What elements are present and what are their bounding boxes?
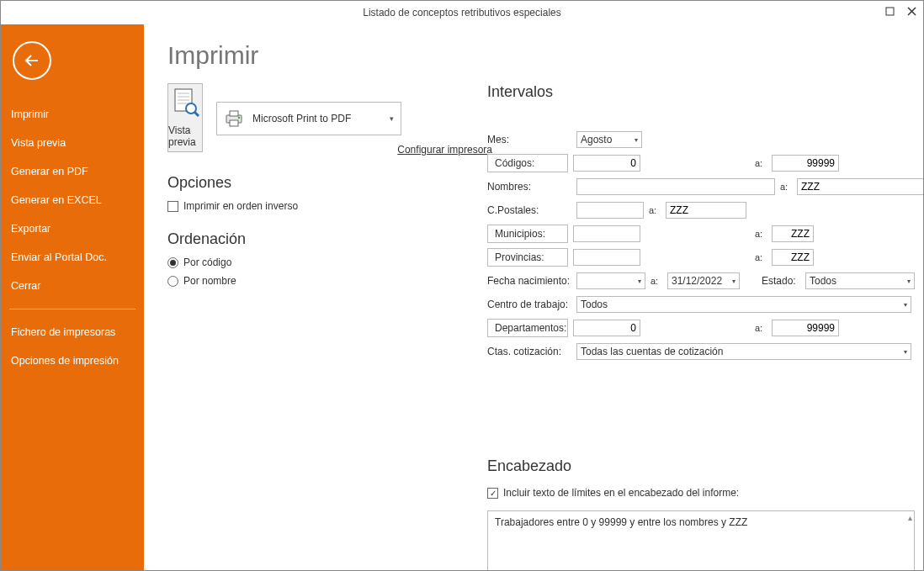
printer-icon [224, 109, 244, 128]
sidebar-item-opciones-impresion[interactable]: Opciones de impresión [9, 346, 135, 375]
sidebar-item-imprimir[interactable]: Imprimir [9, 100, 135, 129]
maximize-icon[interactable] [883, 4, 896, 18]
a-label: a: [755, 252, 767, 262]
encabezado-textarea[interactable]: Trabajadores entre 0 y 99999 y entre los… [487, 510, 915, 571]
estado-value: Todos [810, 275, 836, 287]
left-column: Vista previa Microsoft P [167, 83, 454, 571]
sidebar-item-exportar[interactable]: Exportar [9, 214, 135, 243]
opciones-title: Opciones [167, 174, 454, 192]
encabezado-title: Encabezado [487, 457, 923, 475]
codigos-to-input[interactable] [772, 155, 839, 172]
sidebar-item-fichero-impresoras[interactable]: Fichero de impresoras [9, 318, 135, 346]
configurar-impresora-link[interactable]: Configurar impresora [216, 144, 492, 156]
municipios-to-input[interactable] [772, 225, 814, 242]
ordenacion-por-codigo-radio[interactable]: Por código [167, 256, 454, 268]
codigos-button[interactable]: Códigos: [487, 154, 568, 172]
sidebar-item-enviar-portal[interactable]: Enviar al Portal Doc. [9, 243, 135, 272]
chevron-down-icon: ▾ [390, 114, 394, 123]
vista-previa-button[interactable]: Vista previa [167, 83, 203, 152]
estado-label: Estado: [762, 275, 800, 287]
ctas-cotizacion-select[interactable]: Todas las cuentas de cotización ▾ [576, 343, 911, 360]
por-nombre-label: Por nombre [183, 275, 236, 287]
window-title: Listado de conceptos retributivos especi… [363, 7, 560, 19]
sidebar-item-generar-pdf[interactable]: Generar en PDF [9, 157, 135, 186]
cpostales-from-input[interactable] [576, 202, 644, 219]
back-button[interactable] [13, 41, 51, 80]
svg-rect-13 [230, 120, 238, 126]
chevron-down-icon: ▾ [638, 278, 641, 285]
ordenacion-por-nombre-radio[interactable]: Por nombre [167, 275, 454, 287]
svg-line-10 [194, 112, 199, 116]
printer-select[interactable]: Microsoft Print to PDF ▾ [216, 102, 401, 135]
svg-rect-12 [230, 111, 238, 116]
a-label: a: [649, 205, 661, 215]
checkbox-icon [167, 201, 178, 212]
chevron-down-icon: ▾ [907, 278, 911, 285]
nombres-to-input[interactable] [797, 178, 923, 195]
radio-icon [167, 257, 178, 268]
cpostales-label: C.Postales: [487, 204, 571, 216]
estado-select[interactable]: Todos ▾ [805, 272, 915, 289]
imprimir-orden-inverso-checkbox[interactable]: Imprimir en orden inverso [167, 200, 454, 212]
chevron-down-icon: ▾ [732, 278, 735, 285]
a-label: a: [780, 182, 792, 192]
scroll-up-icon[interactable]: ▴ [908, 513, 912, 522]
a-label: a: [651, 276, 662, 286]
provincias-button[interactable]: Provincias: [487, 248, 568, 267]
municipios-from-input[interactable] [573, 225, 640, 242]
centro-trabajo-value: Todos [581, 299, 608, 310]
printer-name: Microsoft Print to PDF [252, 113, 351, 124]
nombres-from-input[interactable] [576, 178, 775, 195]
incluir-texto-limites-checkbox[interactable]: ✓ Incluir texto de límites en el encabez… [487, 487, 923, 499]
sidebar-separator [9, 309, 135, 309]
ordenacion-title: Ordenación [167, 230, 454, 248]
right-column: Intervalos Mes: Agosto ▾ Códigos: a: [487, 83, 923, 571]
fecha-nac-to-select[interactable]: 31/12/2022 ▾ [667, 272, 740, 289]
svg-point-14 [238, 117, 241, 119]
titlebar: Listado de conceptos retributivos especi… [1, 1, 923, 24]
mes-select[interactable]: Agosto ▾ [576, 131, 642, 148]
provincias-to-input[interactable] [772, 249, 814, 266]
nombres-label: Nombres: [487, 181, 571, 193]
incluir-texto-limites-label: Incluir texto de límites en el encabezad… [503, 487, 739, 499]
a-label: a: [755, 229, 767, 239]
a-label: a: [755, 323, 767, 333]
fecha-nac-to-value: 31/12/2022 [672, 275, 722, 287]
close-icon[interactable] [905, 4, 918, 18]
page-magnifier-icon [168, 87, 202, 119]
fecha-nac-from-select[interactable]: ▾ [576, 272, 645, 289]
svg-rect-0 [886, 8, 894, 15]
mes-value: Agosto [581, 134, 612, 145]
window-controls [883, 4, 918, 18]
centro-trabajo-select[interactable]: Todos ▾ [576, 296, 911, 313]
encabezado-text: Trabajadores entre 0 y 99999 y entre los… [495, 516, 747, 528]
cpostales-to-input[interactable] [666, 202, 746, 219]
sidebar-item-generar-excel[interactable]: Generar en EXCEL [9, 186, 135, 214]
sidebar: Imprimir Vista previa Generar en PDF Gen… [1, 24, 144, 571]
checkbox-checked-icon: ✓ [487, 488, 498, 499]
chevron-down-icon: ▾ [904, 348, 907, 356]
ctas-cotizacion-value: Todas las cuentas de cotización [581, 346, 723, 357]
intervalos-title: Intervalos [487, 83, 923, 101]
departamentos-to-input[interactable] [772, 320, 839, 336]
por-codigo-label: Por código [183, 256, 231, 268]
mes-label: Mes: [487, 134, 571, 145]
sidebar-item-cerrar[interactable]: Cerrar [9, 272, 135, 300]
provincias-from-input[interactable] [573, 249, 640, 266]
main-content: Imprimir Vista pr [144, 24, 923, 571]
chevron-down-icon: ▾ [904, 301, 907, 309]
fecha-nacimiento-label: Fecha nacimiento: [487, 275, 571, 287]
vista-previa-label: Vista previa [168, 124, 202, 148]
sidebar-item-vista-previa[interactable]: Vista previa [9, 129, 135, 157]
departamentos-button[interactable]: Departamentos: [487, 319, 568, 337]
codigos-from-input[interactable] [573, 155, 640, 172]
arrow-left-icon [23, 51, 41, 70]
imprimir-orden-inverso-label: Imprimir en orden inverso [183, 200, 298, 212]
ctas-cotizacion-label: Ctas. cotización: [487, 346, 571, 357]
chevron-down-icon: ▾ [635, 136, 638, 144]
centro-trabajo-label: Centro de trabajo: [487, 299, 571, 310]
departamentos-from-input[interactable] [573, 320, 640, 336]
page-title: Imprimir [167, 41, 900, 70]
a-label: a: [755, 158, 767, 168]
municipios-button[interactable]: Municipios: [487, 225, 568, 243]
